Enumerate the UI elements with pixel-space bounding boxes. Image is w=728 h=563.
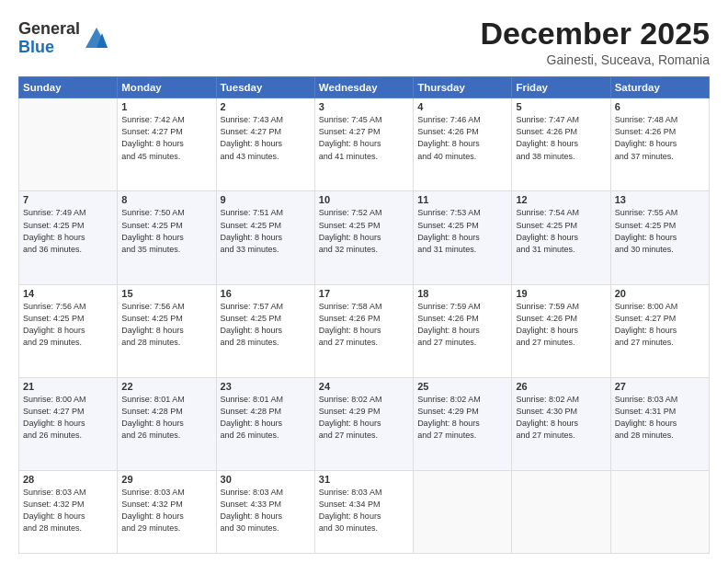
day-info: Sunrise: 7:52 AMSunset: 4:25 PMDaylight:… xyxy=(319,207,409,255)
day-number: 10 xyxy=(319,194,409,205)
calendar-cell: 3Sunrise: 7:45 AMSunset: 4:27 PMDaylight… xyxy=(314,98,413,191)
calendar-cell xyxy=(512,470,610,553)
day-number: 20 xyxy=(615,288,705,299)
calendar-cell: 2Sunrise: 7:43 AMSunset: 4:27 PMDaylight… xyxy=(216,98,314,191)
day-number: 13 xyxy=(615,194,705,205)
calendar-cell: 9Sunrise: 7:51 AMSunset: 4:25 PMDaylight… xyxy=(216,191,314,284)
day-info: Sunrise: 7:46 AMSunset: 4:26 PMDaylight:… xyxy=(417,114,507,162)
calendar-week-row: 28Sunrise: 8:03 AMSunset: 4:32 PMDayligh… xyxy=(19,470,710,553)
day-number: 25 xyxy=(417,381,507,392)
title-block: December 2025 Gainesti, Suceava, Romania xyxy=(480,17,710,67)
day-number: 22 xyxy=(121,381,211,392)
day-info: Sunrise: 7:59 AMSunset: 4:26 PMDaylight:… xyxy=(516,301,606,349)
month-title: December 2025 xyxy=(480,17,710,51)
calendar-cell: 5Sunrise: 7:47 AMSunset: 4:26 PMDaylight… xyxy=(512,98,610,191)
day-info: Sunrise: 7:56 AMSunset: 4:25 PMDaylight:… xyxy=(121,301,211,349)
day-info: Sunrise: 7:47 AMSunset: 4:26 PMDaylight:… xyxy=(516,114,606,162)
calendar-week-row: 7Sunrise: 7:49 AMSunset: 4:25 PMDaylight… xyxy=(19,191,710,284)
day-number: 31 xyxy=(319,474,409,485)
day-info: Sunrise: 7:55 AMSunset: 4:25 PMDaylight:… xyxy=(615,207,705,255)
calendar-cell: 19Sunrise: 7:59 AMSunset: 4:26 PMDayligh… xyxy=(512,284,610,377)
weekday-header-wednesday: Wednesday xyxy=(314,77,413,98)
calendar-cell: 4Sunrise: 7:46 AMSunset: 4:26 PMDaylight… xyxy=(414,98,512,191)
weekday-header-row: SundayMondayTuesdayWednesdayThursdayFrid… xyxy=(19,77,710,98)
day-number: 18 xyxy=(417,288,507,299)
weekday-header-thursday: Thursday xyxy=(414,77,512,98)
logo-blue: Blue xyxy=(18,38,54,56)
day-info: Sunrise: 7:53 AMSunset: 4:25 PMDaylight:… xyxy=(417,207,507,255)
calendar-cell: 1Sunrise: 7:42 AMSunset: 4:27 PMDaylight… xyxy=(118,98,216,191)
calendar-table: SundayMondayTuesdayWednesdayThursdayFrid… xyxy=(18,76,710,554)
day-info: Sunrise: 8:01 AMSunset: 4:28 PMDaylight:… xyxy=(121,394,211,442)
day-info: Sunrise: 7:50 AMSunset: 4:25 PMDaylight:… xyxy=(121,207,211,255)
day-info: Sunrise: 7:42 AMSunset: 4:27 PMDaylight:… xyxy=(121,114,211,162)
day-number: 24 xyxy=(319,381,409,392)
calendar-cell: 18Sunrise: 7:59 AMSunset: 4:26 PMDayligh… xyxy=(414,284,512,377)
day-number: 9 xyxy=(221,194,311,205)
weekday-header-friday: Friday xyxy=(512,77,610,98)
calendar-cell: 22Sunrise: 8:01 AMSunset: 4:28 PMDayligh… xyxy=(118,377,216,470)
location: Gainesti, Suceava, Romania xyxy=(480,52,710,67)
day-info: Sunrise: 8:02 AMSunset: 4:30 PMDaylight:… xyxy=(516,394,606,442)
calendar-cell: 8Sunrise: 7:50 AMSunset: 4:25 PMDaylight… xyxy=(118,191,216,284)
day-info: Sunrise: 8:00 AMSunset: 4:27 PMDaylight:… xyxy=(615,301,705,349)
day-info: Sunrise: 8:02 AMSunset: 4:29 PMDaylight:… xyxy=(417,394,507,442)
day-number: 7 xyxy=(23,194,113,205)
day-info: Sunrise: 7:51 AMSunset: 4:25 PMDaylight:… xyxy=(221,207,311,255)
day-info: Sunrise: 7:45 AMSunset: 4:27 PMDaylight:… xyxy=(319,114,409,162)
day-info: Sunrise: 8:00 AMSunset: 4:27 PMDaylight:… xyxy=(23,394,113,442)
logo-icon xyxy=(84,26,109,52)
day-number: 6 xyxy=(615,101,705,112)
day-number: 26 xyxy=(516,381,606,392)
calendar-cell: 16Sunrise: 7:57 AMSunset: 4:25 PMDayligh… xyxy=(216,284,314,377)
calendar-cell xyxy=(19,98,118,191)
weekday-header-tuesday: Tuesday xyxy=(216,77,314,98)
weekday-header-sunday: Sunday xyxy=(19,77,118,98)
day-info: Sunrise: 8:03 AMSunset: 4:31 PMDaylight:… xyxy=(615,394,705,442)
calendar-cell: 15Sunrise: 7:56 AMSunset: 4:25 PMDayligh… xyxy=(118,284,216,377)
calendar-cell: 21Sunrise: 8:00 AMSunset: 4:27 PMDayligh… xyxy=(19,377,118,470)
calendar-cell: 28Sunrise: 8:03 AMSunset: 4:32 PMDayligh… xyxy=(19,470,118,553)
day-number: 5 xyxy=(516,101,606,112)
calendar-cell: 10Sunrise: 7:52 AMSunset: 4:25 PMDayligh… xyxy=(314,191,413,284)
day-number: 17 xyxy=(319,288,409,299)
calendar-cell: 24Sunrise: 8:02 AMSunset: 4:29 PMDayligh… xyxy=(314,377,413,470)
logo: General Blue xyxy=(18,20,109,57)
day-info: Sunrise: 7:57 AMSunset: 4:25 PMDaylight:… xyxy=(221,301,311,349)
calendar-week-row: 1Sunrise: 7:42 AMSunset: 4:27 PMDaylight… xyxy=(19,98,710,191)
day-number: 30 xyxy=(221,474,311,485)
day-number: 29 xyxy=(121,474,211,485)
calendar-cell xyxy=(610,470,709,553)
day-number: 8 xyxy=(121,194,211,205)
day-info: Sunrise: 8:03 AMSunset: 4:34 PMDaylight:… xyxy=(319,487,409,534)
day-info: Sunrise: 8:02 AMSunset: 4:29 PMDaylight:… xyxy=(319,394,409,442)
day-info: Sunrise: 7:49 AMSunset: 4:25 PMDaylight:… xyxy=(23,207,113,255)
day-number: 16 xyxy=(221,288,311,299)
day-info: Sunrise: 7:54 AMSunset: 4:25 PMDaylight:… xyxy=(516,207,606,255)
day-number: 2 xyxy=(221,101,311,112)
calendar-cell: 12Sunrise: 7:54 AMSunset: 4:25 PMDayligh… xyxy=(512,191,610,284)
day-info: Sunrise: 7:59 AMSunset: 4:26 PMDaylight:… xyxy=(417,301,507,349)
calendar-cell: 30Sunrise: 8:03 AMSunset: 4:33 PMDayligh… xyxy=(216,470,314,553)
day-info: Sunrise: 8:01 AMSunset: 4:28 PMDaylight:… xyxy=(221,394,311,442)
calendar-cell: 6Sunrise: 7:48 AMSunset: 4:26 PMDaylight… xyxy=(610,98,709,191)
day-number: 11 xyxy=(417,194,507,205)
logo-text: General Blue xyxy=(18,20,109,57)
day-number: 14 xyxy=(23,288,113,299)
day-info: Sunrise: 7:56 AMSunset: 4:25 PMDaylight:… xyxy=(23,301,113,349)
day-number: 19 xyxy=(516,288,606,299)
calendar-week-row: 14Sunrise: 7:56 AMSunset: 4:25 PMDayligh… xyxy=(19,284,710,377)
calendar-cell xyxy=(414,470,512,553)
day-number: 4 xyxy=(417,101,507,112)
calendar-week-row: 21Sunrise: 8:00 AMSunset: 4:27 PMDayligh… xyxy=(19,377,710,470)
calendar-cell: 26Sunrise: 8:02 AMSunset: 4:30 PMDayligh… xyxy=(512,377,610,470)
day-number: 23 xyxy=(221,381,311,392)
day-info: Sunrise: 8:03 AMSunset: 4:32 PMDaylight:… xyxy=(121,487,211,534)
logo-general: General xyxy=(18,19,80,38)
calendar-cell: 11Sunrise: 7:53 AMSunset: 4:25 PMDayligh… xyxy=(414,191,512,284)
calendar-cell: 29Sunrise: 8:03 AMSunset: 4:32 PMDayligh… xyxy=(118,470,216,553)
day-number: 27 xyxy=(615,381,705,392)
weekday-header-monday: Monday xyxy=(118,77,216,98)
calendar-cell: 25Sunrise: 8:02 AMSunset: 4:29 PMDayligh… xyxy=(414,377,512,470)
weekday-header-saturday: Saturday xyxy=(610,77,709,98)
